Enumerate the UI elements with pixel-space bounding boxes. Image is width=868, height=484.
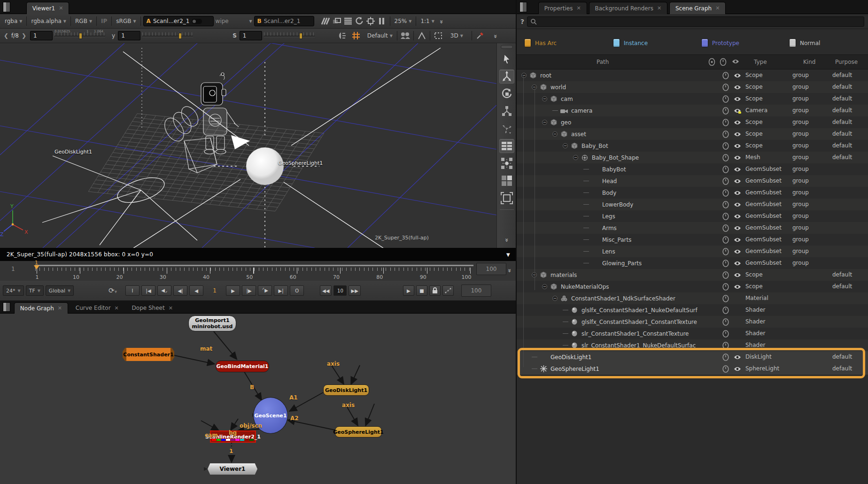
eye-icon[interactable] [734, 108, 741, 115]
step-forward-button[interactable]: |▶ [242, 285, 256, 296]
scale-tool-icon[interactable] [499, 104, 514, 118]
close-icon[interactable]: ✕ [169, 305, 173, 311]
refresh-icon[interactable] [354, 16, 365, 26]
eye-icon[interactable] [734, 237, 741, 244]
scene-graph-row[interactable]: BabyBotGeomSubsetgroup [517, 163, 868, 175]
collapse-chevron-icon[interactable]: » [438, 20, 445, 23]
chevron-down-icon[interactable]: ▼ [506, 252, 510, 257]
close-icon[interactable]: ✕ [58, 305, 62, 311]
close-icon[interactable]: ✕ [657, 5, 661, 11]
dashed-selection-icon[interactable] [433, 31, 444, 41]
clock-icon[interactable] [722, 72, 729, 81]
eye-icon[interactable] [734, 354, 741, 361]
node-geobindmaterial1[interactable]: GeoBindMaterial1 [216, 361, 269, 372]
clock-icon[interactable] [722, 283, 729, 292]
saturation-slider[interactable] [264, 31, 315, 40]
scene-graph-row[interactable]: −rootScopegroupdefault [517, 69, 868, 81]
play-backward-button[interactable]: ◀ [189, 285, 203, 296]
scene-graph-row[interactable]: −assetScopegroupdefault [517, 128, 868, 140]
clock-icon[interactable] [722, 213, 729, 222]
clock-icon[interactable] [722, 84, 729, 92]
playback-end-box[interactable]: 100 [461, 284, 491, 297]
eye-icon[interactable] [734, 96, 741, 103]
playback-loop-icon[interactable]: ⟳▼ [108, 286, 117, 295]
clock-icon[interactable] [722, 318, 729, 327]
collapse-chevron-icon[interactable]: » [506, 269, 513, 271]
scene-graph-row[interactable]: HeadGeomSubsetgroup [517, 175, 868, 187]
timeline-end-box[interactable]: 100 [476, 263, 506, 275]
eye-icon[interactable] [734, 143, 741, 150]
translate-tool-icon[interactable] [499, 69, 514, 84]
rotate-tool-icon[interactable] [499, 87, 514, 101]
display-channels-dropdown[interactable]: RGB▼ [73, 18, 94, 24]
eye-icon[interactable] [734, 366, 741, 373]
tree-expander[interactable]: − [542, 120, 547, 125]
column-type[interactable]: Type [754, 59, 767, 65]
clock-icon[interactable] [722, 95, 729, 104]
gain-slider[interactable]: 0.015625 1 1.064 [54, 31, 105, 40]
ab-toggle[interactable] [192, 19, 202, 24]
scene-graph-row[interactable]: slr_ConstantShader1_ConstantTextureShade… [517, 328, 868, 339]
clock-icon[interactable] [722, 177, 729, 186]
scene-graph-row[interactable]: LowerBodyGeomSubsetgroup [517, 199, 868, 210]
stop-render-icon[interactable]: ■ [416, 285, 427, 296]
wipe-dropdown[interactable]: wipe▼ [214, 18, 254, 24]
scanline-lines-icon[interactable] [342, 16, 354, 26]
scene-graph-row[interactable]: cameraCameragroupdefault [517, 105, 868, 116]
eye-icon[interactable] [734, 214, 741, 221]
close-icon[interactable]: ✕ [715, 5, 720, 11]
tab-background-renders[interactable]: Background Renders✕ [589, 2, 668, 14]
gamma-field[interactable]: 1 [118, 31, 140, 40]
prev-aperture-icon[interactable]: ❮ [4, 32, 8, 39]
help-icon[interactable]: ? [520, 18, 524, 25]
next-keyframe-button[interactable]: ⸍▶ [258, 285, 272, 296]
clock-icon[interactable] [722, 154, 729, 163]
scene-graph-row[interactable]: −worldScopegroupdefault [517, 81, 868, 93]
a-input-selector[interactable]: A Scanl...er2_1 [143, 16, 214, 26]
scene-graph-row[interactable]: LensGeomSubsetgroup [517, 246, 868, 257]
eyedropper-icon[interactable] [474, 31, 486, 41]
tf-dropdown[interactable]: TF▼ [26, 285, 44, 296]
clock-icon[interactable] [722, 365, 729, 374]
eye-icon[interactable] [734, 155, 741, 162]
eye-icon[interactable] [734, 261, 741, 268]
play-forward-button[interactable]: ▶ [226, 285, 240, 296]
tree-expander[interactable]: − [552, 131, 558, 137]
gain-lamp-icon[interactable] [336, 31, 348, 41]
grid-2x2-tool-icon[interactable] [499, 174, 514, 188]
proxy-scale-dropdown[interactable]: 1:1▼ [418, 18, 436, 24]
scene-graph-row[interactable]: −Baby_Bot_ShapeMeshgroupdefault [517, 152, 868, 163]
next-aperture-icon[interactable]: ❯ [22, 32, 26, 39]
clock-icon[interactable] [722, 307, 729, 315]
close-icon[interactable]: ✕ [59, 5, 63, 11]
view-mode-dropdown[interactable]: 3D▼ [449, 32, 465, 39]
viewer-colorspace-dropdown[interactable]: sRGB▼ [114, 18, 138, 24]
close-icon[interactable]: ✕ [576, 5, 581, 11]
scene-graph-row[interactable]: GeoSphereLight1SphereLightdefault [517, 363, 868, 375]
playhead-marker[interactable] [34, 265, 39, 269]
gain-field[interactable]: 1 [30, 31, 53, 40]
tree-expander[interactable]: − [552, 296, 558, 301]
scene-graph-row[interactable]: LegsGeomSubsetgroup [517, 210, 868, 222]
clock-icon[interactable] [722, 166, 729, 175]
pane-handle-icon[interactable] [519, 2, 527, 12]
gamma-curve-icon[interactable] [416, 31, 427, 41]
channels-dropdown[interactable]: rgba▼ [3, 18, 24, 24]
select-cursor-icon[interactable] [499, 52, 514, 66]
transform-box-tool-icon[interactable] [499, 156, 514, 170]
node-graph-canvas[interactable]: GeoImport1 minirobot.usd ConstantShader1… [0, 314, 517, 484]
node-geoimport1[interactable]: GeoImport1 minirobot.usd [188, 315, 236, 331]
tree-expander[interactable]: − [542, 284, 547, 289]
column-kind[interactable]: Kind [803, 59, 815, 65]
step-back-button[interactable]: ◀| [173, 285, 187, 296]
eye-icon[interactable] [734, 225, 741, 232]
frame-tool-icon[interactable] [499, 191, 514, 205]
eye-icon[interactable] [734, 190, 741, 197]
jump-back-button[interactable]: ◀◀ [320, 285, 332, 296]
clock-icon[interactable] [722, 119, 729, 128]
scene-graph-row[interactable]: BodyGeomSubsetgroup [517, 187, 868, 199]
clock-icon[interactable] [722, 131, 729, 139]
diagonal-stripes-icon[interactable] [320, 16, 331, 26]
tab-viewer1[interactable]: Viewer1 ✕ [26, 2, 70, 14]
tree-expander[interactable]: − [573, 155, 578, 160]
